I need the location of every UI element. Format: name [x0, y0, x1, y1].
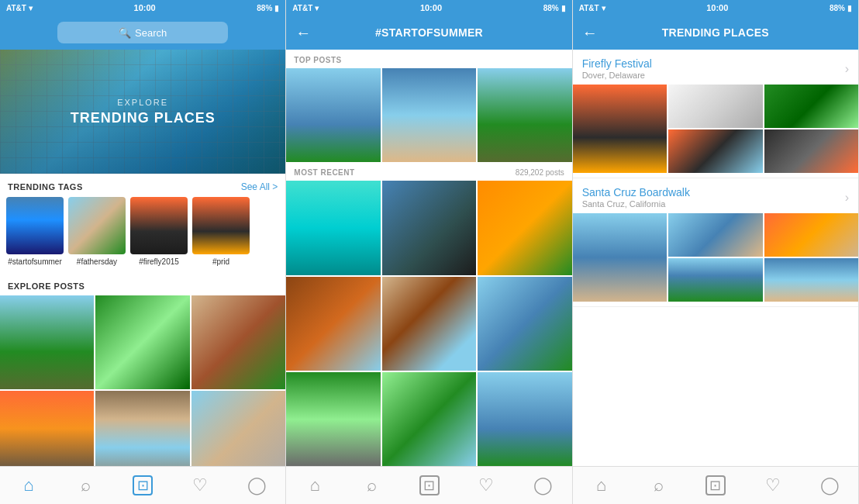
place-photo-1-0[interactable]: [573, 213, 667, 302]
battery-1: 88%: [257, 4, 272, 12]
carrier-2: AT&T: [292, 4, 312, 12]
see-all-link[interactable]: See All >: [241, 181, 278, 192]
place-name-1: Santa Cruz Boardwalk: [582, 186, 690, 198]
tab-home-2[interactable]: ⌂: [286, 467, 343, 504]
recent-post-2[interactable]: [478, 181, 571, 274]
place-photo-0-2[interactable]: [764, 85, 858, 128]
recent-post-4[interactable]: [382, 277, 476, 371]
heart-icon-1: ♡: [192, 475, 208, 495]
most-recent-label: MOST RECENT: [294, 168, 354, 177]
tab-likes-2[interactable]: ♡: [457, 467, 515, 504]
tag-fathersday[interactable]: #fathersday: [68, 197, 126, 266]
tab-likes-1[interactable]: ♡: [171, 467, 229, 504]
home-icon-3: ⌂: [596, 475, 606, 495]
recent-post-7[interactable]: [382, 372, 476, 466]
tab-home-3[interactable]: ⌂: [573, 467, 630, 504]
search-label: Search: [135, 27, 167, 39]
search-icon-1: 🔍: [119, 27, 131, 39]
time-3: 10:00: [706, 3, 728, 12]
place-location-0: Dover, Delaware: [582, 71, 652, 80]
explore-panel: AT&T ▾ 10:00 88% ▮ 🔍 Search EXPLORE TREN…: [0, 0, 286, 504]
search-tab-icon-3: ⌕: [654, 475, 664, 495]
tab-search-1[interactable]: ⌕: [57, 467, 115, 504]
post-cell-1[interactable]: [95, 295, 189, 389]
place-photo-0-4[interactable]: [764, 129, 858, 173]
profile-icon-3: ◯: [820, 475, 840, 495]
place-photo-0-1[interactable]: [668, 85, 762, 128]
recent-post-6[interactable]: [286, 372, 380, 466]
tab-camera-3[interactable]: ⊡: [687, 467, 744, 504]
status-left-2: AT&T ▾: [292, 4, 319, 12]
tab-bar-2: ⌂ ⌕ ⊡ ♡ ◯: [286, 466, 571, 504]
tag-label-1: #fathersday: [77, 257, 117, 266]
chevron-icon-0: ›: [845, 62, 849, 76]
tag-startofsummer[interactable]: #startofsummer: [6, 197, 64, 266]
post-cell-2[interactable]: [191, 295, 285, 389]
tag-label-2: #firefly2015: [139, 257, 179, 266]
nav-bar-2: ← #STARTOFSUMMER: [286, 16, 571, 50]
recent-post-8[interactable]: [478, 372, 571, 466]
top-posts-grid: [286, 68, 571, 162]
tab-camera-2[interactable]: ⊡: [401, 467, 458, 504]
tab-home-1[interactable]: ⌂: [0, 467, 57, 504]
tag-label-3: #prid: [212, 257, 229, 266]
place-photo-0-0[interactable]: [573, 85, 667, 173]
search-bar[interactable]: 🔍 Search: [57, 22, 228, 43]
place-name-0: Firefly Festival: [582, 57, 652, 70]
battery-icon-3: ▮: [847, 4, 852, 12]
tab-search-3[interactable]: ⌕: [630, 467, 687, 504]
back-button-2[interactable]: ←: [295, 24, 311, 42]
nav-title-3: TRENDING PLACES: [662, 26, 769, 39]
place-photo-1-4[interactable]: [764, 258, 858, 302]
time-2: 10:00: [420, 3, 442, 12]
place-location-1: Santa Cruz, California: [582, 199, 690, 209]
status-left-3: AT&T ▾: [579, 4, 605, 12]
tag-firefly2015[interactable]: #firefly2015: [130, 197, 188, 266]
heart-icon-2: ♡: [478, 475, 494, 495]
search-tab-icon-1: ⌕: [81, 475, 91, 495]
post-cell-3[interactable]: [0, 391, 94, 466]
place-photo-1-3[interactable]: [668, 258, 762, 302]
tags-row: #startofsummer #fathersday #firefly2015 …: [0, 197, 285, 274]
trending-tags-header: TRENDING TAGS See All >: [0, 174, 285, 197]
wifi-icon-1: ▾: [29, 4, 33, 12]
recent-post-0[interactable]: [286, 181, 380, 274]
camera-icon-3: ⊡: [705, 475, 726, 495]
top-post-2[interactable]: [478, 68, 571, 162]
tag-prid[interactable]: #prid: [192, 197, 250, 266]
tag-thumb-1: [68, 197, 126, 254]
place-header-0[interactable]: Firefly Festival Dover, Delaware ›: [573, 50, 858, 85]
back-button-3[interactable]: ←: [582, 24, 598, 42]
tab-likes-3[interactable]: ♡: [744, 467, 802, 504]
tab-bar-3: ⌂ ⌕ ⊡ ♡ ◯: [573, 466, 858, 504]
post-cell-5[interactable]: [191, 391, 285, 466]
post-cell-4[interactable]: [95, 391, 189, 466]
place-info-0: Firefly Festival Dover, Delaware: [582, 57, 652, 80]
recent-post-5[interactable]: [478, 277, 571, 371]
tab-profile-3[interactable]: ◯: [801, 467, 858, 504]
profile-icon-1: ◯: [247, 475, 267, 495]
status-right-1: 88% ▮: [257, 4, 279, 12]
recent-post-3[interactable]: [286, 277, 380, 371]
place-item-0: Firefly Festival Dover, Delaware ›: [573, 50, 858, 178]
nav-bar-1: 🔍 Search: [0, 16, 285, 50]
place-header-1[interactable]: Santa Cruz Boardwalk Santa Cruz, Califor…: [573, 178, 858, 213]
tab-profile-1[interactable]: ◯: [229, 467, 286, 504]
carrier-3: AT&T: [579, 4, 599, 12]
tag-thumb-3: [192, 197, 250, 254]
top-posts-label: TOP POSTS: [286, 50, 571, 68]
time-1: 10:00: [134, 3, 156, 12]
top-post-0[interactable]: [286, 68, 380, 162]
tab-camera-1[interactable]: ⊡: [114, 467, 171, 504]
top-post-1[interactable]: [382, 68, 476, 162]
tab-search-2[interactable]: ⌕: [343, 467, 401, 504]
place-photo-0-3[interactable]: [668, 129, 762, 173]
post-cell-0[interactable]: [0, 295, 94, 389]
status-bar-1: AT&T ▾ 10:00 88% ▮: [0, 0, 285, 16]
recent-post-1[interactable]: [382, 181, 476, 274]
tab-profile-2[interactable]: ◯: [515, 467, 572, 504]
camera-icon-2: ⊡: [419, 475, 440, 495]
place-photo-1-1[interactable]: [668, 213, 762, 257]
hashtag-content: TOP POSTS MOST RECENT 829,202 posts: [286, 50, 571, 466]
place-photo-1-2[interactable]: [764, 213, 858, 257]
